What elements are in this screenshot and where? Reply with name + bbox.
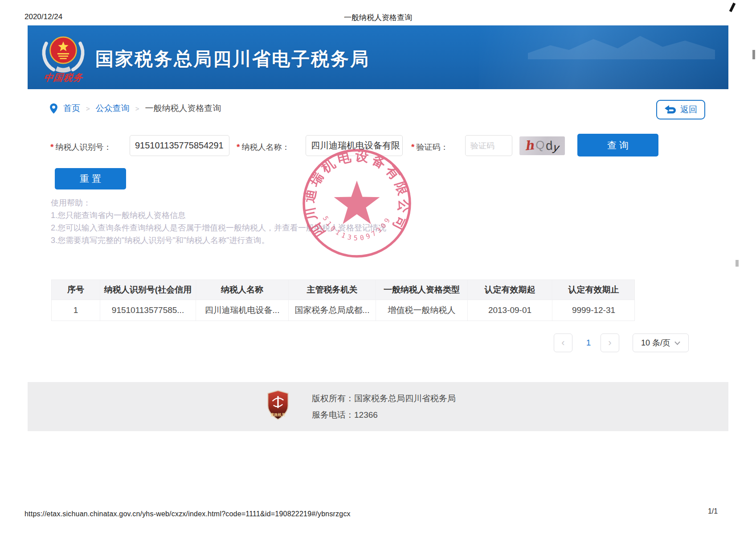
next-page-button[interactable]: › — [601, 333, 619, 352]
cell-qualification-type: 增值税一般纳税人 — [376, 300, 467, 321]
location-pin-icon — [50, 103, 57, 114]
required-asterisk: * — [237, 142, 240, 152]
scan-artifact — [736, 260, 739, 267]
prev-page-button[interactable]: ‹ — [554, 333, 572, 352]
page-size-value: 10 条/页 — [641, 337, 670, 348]
help-title: 使用帮助： — [51, 197, 386, 209]
taxpayer-name-label: 纳税人名称： — [241, 142, 290, 152]
usage-help: 使用帮助： 1.您只能查询省内一般纳税人资格信息 2.您可以输入查询条件查询纳税… — [51, 197, 386, 247]
reset-button[interactable]: 重 置 — [55, 168, 126, 189]
taxpayer-name-input[interactable] — [306, 135, 403, 156]
cell-taxpayer-id: 91510113577585... — [100, 300, 196, 321]
cell-tax-authority: 国家税务总局成都... — [288, 300, 376, 321]
query-button[interactable]: 查 询 — [577, 134, 658, 156]
captcha-input[interactable] — [465, 135, 512, 156]
page-size-select[interactable]: 10 条/页 — [633, 333, 689, 352]
breadcrumb-public-query[interactable]: 公众查询 — [96, 103, 130, 114]
required-asterisk: * — [50, 142, 53, 152]
taxpayer-id-label-group: * 纳税人识别号： — [50, 142, 111, 152]
breadcrumb-separator: > — [86, 105, 90, 112]
copyright-line: 版权所有：国家税务总局四川省税务局 — [312, 393, 456, 404]
col-header-taxpayer-name: 纳税人名称 — [196, 280, 288, 300]
cell-index: 1 — [52, 300, 100, 321]
site-banner: 中国税务 国家税务总局四川省电子税务局 — [28, 25, 728, 89]
page: { "print_header": { "date": "2020/12/24"… — [0, 0, 756, 535]
logo-caption: 中国税务 — [35, 71, 92, 84]
cell-valid-from: 2013-09-01 — [467, 300, 552, 321]
help-line: 1.您只能查询省内一般纳税人资格信息 — [51, 209, 386, 222]
captcha-char: h — [524, 139, 535, 152]
col-header-qualification-type: 一般纳税人资格类型 — [376, 280, 467, 300]
chevron-down-icon — [674, 341, 680, 345]
breadcrumb-home[interactable]: 首页 — [63, 103, 80, 114]
scan-artifact — [729, 3, 736, 12]
captcha-image[interactable]: h Q d y — [519, 136, 565, 155]
print-page-title: 一般纳税人资格查询 — [0, 12, 756, 23]
footer-text: 版权所有：国家税务总局四川省税务局 服务电话：12366 — [312, 393, 456, 421]
table-header-row: 序号 纳税人识别号(社会信用 纳税人名称 主管税务机关 一般纳税人资格类型 认定… — [52, 280, 634, 300]
help-line: 2.您可以输入查询条件查询纳税人是否属于增值税一般纳税人，并查看一般纳税人资格登… — [51, 222, 386, 234]
service-phone-line: 服务电话：12366 — [312, 409, 456, 421]
back-button-label: 返回 — [680, 104, 697, 115]
government-badge-icon: 党政机关 — [266, 390, 290, 420]
page-number[interactable]: 1 — [579, 338, 598, 348]
cell-taxpayer-name: 四川迪瑞机电设备... — [196, 300, 288, 321]
cell-valid-to: 9999-12-31 — [552, 300, 635, 321]
scan-artifact — [752, 50, 755, 59]
captcha-char: y — [553, 141, 560, 153]
col-header-tax-authority: 主管税务机关 — [288, 280, 376, 300]
captcha-label-group: * 验证码： — [411, 142, 448, 152]
tax-bureau-emblem-icon — [38, 31, 88, 74]
help-line: 3.您需要填写完整的"纳税人识别号"和"纳税人名称"进行查询。 — [51, 234, 386, 247]
col-header-index: 序号 — [52, 280, 100, 300]
site-title: 国家税务总局四川省电子税务局 — [95, 47, 370, 71]
taxpayer-name-label-group: * 纳税人名称： — [237, 142, 290, 152]
captcha-char: Q — [535, 139, 545, 151]
col-header-taxpayer-id: 纳税人识别号(社会信用 — [100, 280, 196, 300]
print-page-indicator: 1/1 — [695, 507, 731, 515]
taxpayer-id-input[interactable] — [130, 135, 229, 156]
badge-label: 党政机关 — [270, 412, 286, 417]
col-header-valid-from: 认定有效期起 — [467, 280, 552, 300]
page-footer: 党政机关 版权所有：国家税务总局四川省税务局 服务电话：12366 — [28, 382, 728, 431]
taxpayer-id-label: 纳税人识别号： — [55, 142, 111, 152]
table-row: 1 91510113577585... 四川迪瑞机电设备... 国家税务总局成都… — [52, 300, 634, 321]
print-url: https://etax.sichuan.chinatax.gov.cn/yhs… — [25, 510, 351, 518]
back-button[interactable]: 返回 — [656, 100, 705, 119]
captcha-label: 验证码： — [416, 142, 448, 152]
breadcrumb-current: 一般纳税人资格查询 — [145, 103, 221, 114]
col-header-valid-to: 认定有效期止 — [552, 280, 635, 300]
return-arrow-icon — [664, 105, 677, 115]
captcha-char: d — [545, 140, 553, 152]
breadcrumb: 首页 > 公众查询 > 一般纳税人资格查询 — [50, 101, 221, 115]
results-table: 序号 纳税人识别号(社会信用 纳税人名称 主管税务机关 一般纳税人资格类型 认定… — [51, 280, 635, 321]
required-asterisk: * — [411, 142, 414, 152]
breadcrumb-separator: > — [135, 105, 139, 112]
